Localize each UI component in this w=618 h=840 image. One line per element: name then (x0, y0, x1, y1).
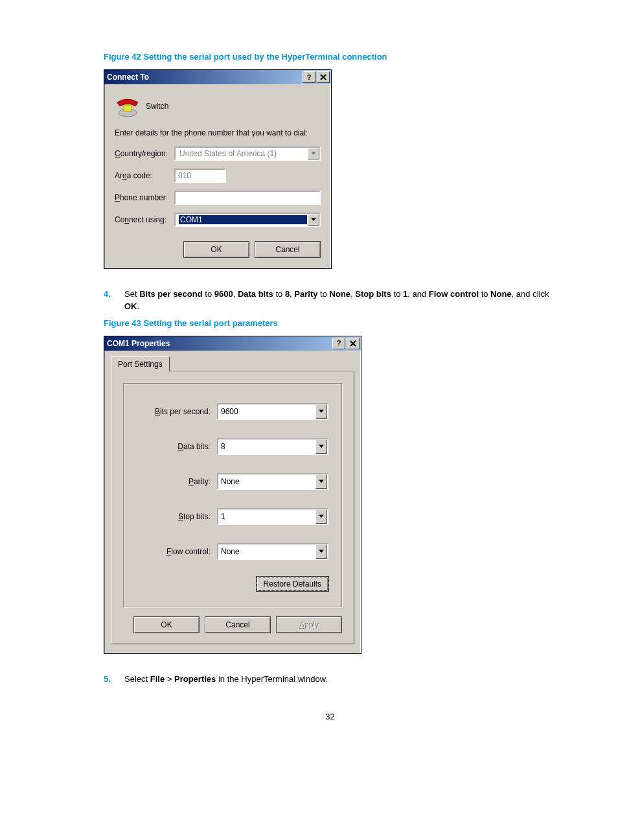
chevron-down-icon[interactable] (308, 214, 319, 226)
cancel-button[interactable]: Cancel (205, 616, 271, 633)
chevron-down-icon[interactable] (315, 439, 327, 454)
area-label: Area code: (115, 171, 174, 180)
databits-label: Data bits: (137, 442, 211, 451)
chevron-down-icon (308, 148, 319, 159)
restore-defaults-button[interactable]: Restore Defaults (257, 577, 328, 591)
dialog-title: COM1 Properties (107, 339, 331, 348)
chevron-down-icon[interactable] (315, 474, 327, 489)
close-button[interactable] (317, 71, 330, 83)
country-select: United States of America (1) (174, 146, 321, 161)
dialog-titlebar: COM1 Properties ? (104, 336, 361, 351)
dialog-titlebar: Connect To ? (104, 70, 331, 84)
area-code-input (174, 169, 226, 183)
figure-42-caption: Figure 42 Setting the serial port used b… (104, 52, 556, 62)
step-4: 4. Set Bits per second to 9600, Data bit… (104, 288, 556, 313)
stopbits-select[interactable]: 1 (217, 508, 328, 525)
chevron-down-icon[interactable] (315, 404, 327, 419)
flow-select[interactable]: None (217, 543, 328, 560)
bps-label: Bits per second: (137, 407, 211, 416)
connect-to-dialog: Connect To ? Switch Enter details for th… (104, 69, 332, 269)
stopbits-label: Stop bits: (137, 512, 211, 521)
cancel-button[interactable]: Cancel (255, 241, 321, 258)
ok-button[interactable]: OK (133, 616, 200, 633)
tab-strip: Port Settings (111, 356, 354, 371)
help-button[interactable]: ? (303, 71, 315, 83)
instruction-text: Enter details for the phone number that … (115, 128, 321, 137)
figure-43-caption: Figure 43 Setting the serial port parame… (104, 318, 556, 328)
phone-label: Phone number: (115, 193, 174, 202)
parity-label: Parity: (137, 477, 211, 486)
page-number: 32 (104, 712, 556, 721)
databits-select[interactable]: 8 (217, 438, 328, 455)
chevron-down-icon[interactable] (315, 544, 327, 559)
step-5: 5. Select File > Properties in the Hyper… (104, 673, 556, 686)
apply-button[interactable]: Apply (276, 616, 342, 633)
dialog-title: Connect To (107, 73, 301, 82)
ok-button[interactable]: OK (183, 241, 249, 258)
chevron-down-icon[interactable] (315, 509, 327, 524)
svg-rect-1 (124, 105, 132, 111)
phone-number-input (174, 191, 321, 205)
tab-port-settings[interactable]: Port Settings (111, 356, 170, 371)
close-button[interactable] (347, 338, 360, 349)
phone-icon (115, 93, 141, 119)
bps-select[interactable]: 9600 (217, 403, 328, 420)
parity-select[interactable]: None (217, 473, 328, 490)
help-button[interactable]: ? (332, 338, 345, 349)
connect-using-select[interactable]: COM1 (174, 213, 321, 227)
connect-label: Connect using: (115, 215, 174, 224)
flow-label: Flow control: (137, 547, 211, 556)
settings-group: Bits per second: 9600 Data bits: 8 (123, 383, 342, 607)
country-label: Country/region: (115, 149, 174, 158)
connection-name: Switch (146, 102, 168, 111)
com1-properties-dialog: COM1 Properties ? Port Settings Bits per… (104, 336, 361, 654)
